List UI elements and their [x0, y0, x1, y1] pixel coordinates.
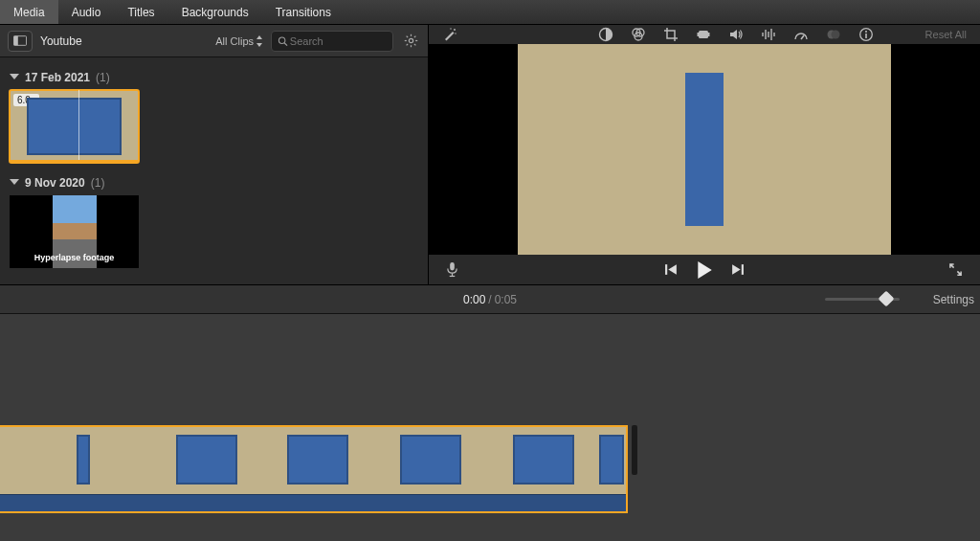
svg-rect-1	[13, 36, 17, 46]
search-icon	[278, 35, 288, 47]
tab-transitions[interactable]: Transitions	[262, 0, 345, 24]
magic-wand-icon[interactable]	[442, 27, 457, 42]
clip-filter-icon[interactable]	[826, 27, 841, 42]
tab-titles[interactable]: Titles	[114, 0, 167, 24]
settings-button[interactable]: Settings	[933, 293, 974, 306]
clip-thumbnail[interactable]: Hyperlapse footage	[10, 195, 139, 268]
zoom-slider[interactable]	[825, 298, 900, 301]
clip-frame	[513, 435, 574, 485]
fullscreen-icon	[948, 262, 963, 277]
svg-point-15	[455, 33, 456, 34]
skimmer-line	[78, 90, 79, 163]
svg-point-30	[831, 31, 839, 39]
speed-icon[interactable]	[793, 27, 809, 42]
timeline-playhead[interactable]	[632, 425, 637, 475]
reset-all-button[interactable]: Reset All	[925, 29, 967, 40]
clip-frame	[77, 435, 90, 485]
preview-panel: Reset All	[429, 25, 980, 284]
tab-backgrounds[interactable]: Backgrounds	[168, 0, 262, 24]
disclosure-triangle-icon	[10, 179, 19, 185]
svg-line-10	[413, 44, 415, 46]
clip-frame	[599, 435, 624, 485]
preview-content	[685, 73, 724, 226]
clip-caption: Hyperlapse footage	[10, 253, 139, 262]
skip-forward-icon	[730, 262, 745, 277]
event-header[interactable]: 9 Nov 2020 (1)	[10, 176, 418, 190]
disclosure-triangle-icon	[10, 74, 19, 79]
timecode-current: 0:00	[463, 293, 485, 306]
event-count: (1)	[96, 71, 110, 84]
stabilization-icon[interactable]	[696, 27, 711, 42]
preview-viewport[interactable]	[429, 44, 980, 255]
svg-line-12	[406, 44, 408, 46]
svg-rect-34	[450, 262, 455, 270]
svg-line-11	[413, 36, 415, 38]
color-correction-icon[interactable]	[631, 27, 646, 42]
svg-point-32	[865, 31, 867, 33]
svg-line-28	[801, 35, 804, 39]
tab-audio[interactable]: Audio	[58, 0, 115, 24]
svg-rect-22	[707, 33, 709, 36]
clip-preview-image	[27, 98, 122, 155]
library-settings-button[interactable]	[401, 32, 420, 51]
clip-frame	[400, 435, 461, 485]
transport-bar	[429, 255, 980, 284]
svg-point-13	[454, 29, 456, 31]
clip-info-icon[interactable]	[858, 27, 874, 42]
event-list: 17 Feb 2021 (1) 6.0s 9 Nov 2020 (1) Hype…	[0, 57, 428, 284]
preview-canvas	[518, 44, 891, 255]
play-icon	[696, 260, 713, 280]
gear-icon	[404, 34, 418, 48]
zoom-knob[interactable]	[879, 291, 895, 307]
previous-button[interactable]	[664, 262, 679, 277]
updown-icon	[256, 35, 263, 47]
event-count: (1)	[91, 176, 105, 190]
library-toolbar: Youtube All Clips	[0, 25, 428, 57]
timecode-total: 0:05	[495, 293, 517, 306]
tab-media[interactable]: Media	[0, 0, 58, 24]
svg-line-3	[284, 42, 287, 45]
library-panel: Youtube All Clips 17 Feb 2021	[0, 25, 429, 284]
search-field[interactable]	[271, 31, 393, 52]
svg-rect-38	[742, 264, 744, 275]
svg-rect-33	[865, 34, 867, 38]
adjustment-toolbar: Reset All	[429, 25, 980, 44]
clip-frame	[176, 435, 237, 485]
event-date: 17 Feb 2021	[25, 71, 90, 84]
clip-filter-label: All Clips	[215, 35, 254, 47]
crop-icon[interactable]	[663, 27, 679, 42]
voiceover-button[interactable]	[446, 261, 458, 278]
clip-audio-track[interactable]	[0, 494, 626, 511]
sidebar-icon	[13, 35, 27, 46]
noise-reduction-icon[interactable]	[761, 27, 776, 42]
color-balance-icon[interactable]	[598, 27, 613, 42]
svg-line-9	[406, 36, 408, 38]
next-button[interactable]	[730, 262, 745, 277]
toggle-sidebar-button[interactable]	[8, 31, 33, 52]
svg-rect-37	[665, 264, 667, 275]
svg-point-2	[278, 36, 284, 42]
top-tab-bar: Media Audio Titles Backgrounds Transitio…	[0, 0, 980, 25]
clip-frame	[287, 435, 348, 485]
fullscreen-button[interactable]	[948, 262, 963, 277]
library-title: Youtube	[40, 34, 82, 48]
timeline-clip[interactable]	[0, 427, 626, 511]
svg-rect-20	[699, 31, 708, 38]
skip-back-icon	[664, 262, 679, 277]
timecode-display: 0:00/0:05	[463, 293, 517, 306]
play-button[interactable]	[696, 260, 713, 280]
event-date: 9 Nov 2020	[25, 176, 85, 190]
svg-point-4	[409, 38, 412, 42]
clip-thumbnail[interactable]: 6.0s	[10, 90, 139, 163]
svg-point-14	[450, 28, 451, 29]
timecode-bar: 0:00/0:05 Settings	[0, 285, 980, 314]
clip-filter-select[interactable]: All Clips	[215, 35, 263, 47]
mic-icon	[446, 261, 458, 278]
volume-icon[interactable]	[728, 27, 744, 42]
event-header[interactable]: 17 Feb 2021 (1)	[10, 71, 418, 84]
timeline[interactable]	[0, 314, 980, 541]
svg-rect-21	[697, 33, 699, 36]
search-input[interactable]	[288, 34, 387, 48]
